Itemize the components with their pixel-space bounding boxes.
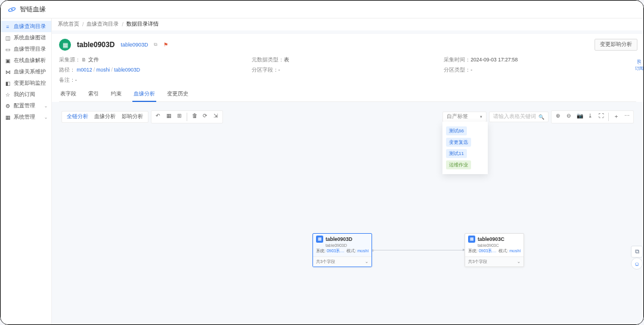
- map-icon: ◫: [5, 35, 11, 41]
- chevron-down-icon: ⌄: [44, 104, 48, 109]
- path-seg[interactable]: table0903D: [114, 67, 140, 73]
- fullscreen-icon[interactable]: ⛶: [597, 113, 605, 121]
- analysis-mode-segmented: 全链分析 血缘分析 影响分析: [61, 111, 148, 123]
- sidebar-item-label: 血缘关系维护: [14, 69, 46, 76]
- grid-icon[interactable]: ▦: [165, 113, 172, 121]
- sidebar-item-label: 我的订阅: [14, 91, 35, 98]
- float-chat-button[interactable]: ☺: [631, 258, 643, 270]
- star-icon: ☆: [5, 92, 11, 98]
- dropdown-option[interactable]: 测试11: [446, 149, 467, 158]
- delete-icon[interactable]: 🗑: [191, 113, 198, 121]
- sidebar-item-config[interactable]: ⚙配置管理⌄: [1, 100, 51, 112]
- app-name: 智链血缘: [20, 5, 46, 14]
- tab-lineage[interactable]: 血缘分析: [132, 90, 156, 101]
- tag-dropdown-menu: 测试66 变更复选 测试11 运维作业: [442, 122, 488, 174]
- lineage-canvas[interactable]: 全链分析 血缘分析 影响分析 ↶ ▦ ⊞ 🗑 ⟳ ⇲ 自产标签 ▾: [58, 107, 637, 320]
- svg-point-1: [11, 8, 13, 10]
- meta-label-ptype: 分区类型：: [444, 67, 470, 73]
- path-seg[interactable]: moshi: [97, 67, 110, 73]
- add-icon[interactable]: ＋: [612, 113, 620, 121]
- breadcrumb-item[interactable]: 血缘查询目录: [86, 21, 119, 28]
- refresh-icon[interactable]: ⟳: [202, 113, 209, 121]
- gear-icon: ⚙: [5, 103, 11, 109]
- search-input[interactable]: 请输入表格关键词 🔍: [489, 112, 549, 122]
- meta-label-remark: 备注：: [59, 77, 75, 83]
- more-icon[interactable]: ⋯: [623, 113, 630, 121]
- folder-icon: ▭: [5, 47, 11, 52]
- flag-icon: ⚑: [163, 42, 168, 48]
- layout-icon[interactable]: ⊞: [176, 113, 183, 121]
- node-subtitle: table0903D: [313, 243, 371, 247]
- sidebar-item-label: 配置管理: [14, 103, 35, 110]
- table-icon: ▦: [468, 236, 475, 243]
- topbar: 智链血缘: [1, 1, 643, 18]
- page-title: table0903D: [77, 41, 114, 49]
- node-expand[interactable]: 共3个字段⌄: [313, 256, 371, 267]
- logo-icon: [8, 5, 16, 14]
- sidebar-item-label: 变更影响监控: [14, 80, 46, 87]
- download-icon[interactable]: ⤓: [587, 113, 594, 121]
- expand-icon[interactable]: ⇲: [212, 113, 219, 121]
- node-subtitle: table0903C: [465, 243, 524, 247]
- logo[interactable]: 智链血缘: [8, 5, 46, 14]
- zoom-out-icon[interactable]: ⊖: [565, 113, 572, 121]
- seg-impact[interactable]: 影响分析: [122, 113, 143, 120]
- sidebar-item-lineage-query[interactable]: ≡血缘查询目录: [1, 21, 51, 32]
- link-icon: ⋈: [5, 69, 11, 75]
- tab-history[interactable]: 变更历史: [166, 90, 190, 101]
- table-icon: ▦: [316, 236, 323, 243]
- seg-lineage[interactable]: 血缘分析: [94, 113, 116, 120]
- meta-value: 2024-09-03 17:27:58: [470, 57, 518, 63]
- tag-dropdown[interactable]: 自产标签 ▾ 测试66 变更复选 测试11 运维作业: [442, 112, 487, 122]
- lineage-node-target[interactable]: ▦ table0903C table0903C 系统: 0903系… 模式: m…: [465, 233, 524, 267]
- sidebar-item-online-parse[interactable]: ▣在线血缘解析: [1, 55, 51, 66]
- sidebar-item-change-monitor[interactable]: ◧变更影响监控: [1, 78, 51, 89]
- meta-value: 表: [284, 57, 289, 63]
- search-placeholder: 请输入表格关键词: [493, 113, 536, 120]
- chevron-down-icon: ⌄: [517, 259, 521, 264]
- meta-label-source: 采集源：: [59, 57, 80, 63]
- search-icon: 🔍: [538, 114, 544, 120]
- sidebar-item-system[interactable]: ▦系统管理⌄: [1, 112, 51, 123]
- sidebar-item-system-graph[interactable]: ◫系统血缘图谱: [1, 32, 51, 44]
- camera-icon[interactable]: 📷: [576, 113, 583, 121]
- detail-tabs: 表字段 索引 约束 血缘分析 变更历史: [59, 90, 636, 102]
- subscribe-toggle[interactable]: ⎘订阅: [634, 59, 643, 71]
- breadcrumb-current: 数据目录详情: [126, 21, 159, 28]
- lineage-node-source[interactable]: ▦ table0903D table0903D 系统: 0903系… 模式: m…: [312, 233, 372, 267]
- seg-full-chain[interactable]: 全链分析: [67, 113, 88, 120]
- undo-icon[interactable]: ↶: [154, 113, 162, 121]
- title-link[interactable]: table0903D: [120, 42, 148, 48]
- sidebar-item-my-subs[interactable]: ☆我的订阅: [1, 89, 51, 100]
- node-expand[interactable]: 共3个字段⌄: [465, 256, 524, 267]
- sidebar: ≡血缘查询目录 ◫系统血缘图谱 ▭血缘管理目录 ▣在线血缘解析 ⋈血缘关系维护 …: [1, 18, 52, 324]
- tab-index[interactable]: 索引: [87, 90, 100, 101]
- meta-label-pfield: 分区字段：: [252, 67, 278, 73]
- copy-icon[interactable]: ⧉: [154, 42, 157, 48]
- tab-constraint[interactable]: 约束: [110, 90, 123, 101]
- meta-label-type: 元数据类型：: [252, 57, 284, 63]
- node-title: table0903C: [478, 236, 504, 242]
- meta-value: 文件: [88, 57, 99, 63]
- change-impact-button[interactable]: 变更影响分析: [595, 39, 637, 51]
- float-action-button[interactable]: ⧉: [631, 246, 643, 258]
- dropdown-option[interactable]: 运维作业: [446, 160, 471, 169]
- breadcrumb-sep: /: [82, 21, 83, 27]
- list-icon: ≡: [5, 24, 11, 30]
- tab-fields[interactable]: 表字段: [59, 90, 78, 101]
- dropdown-option[interactable]: 变更复选: [446, 138, 471, 147]
- sidebar-item-label: 血缘查询目录: [14, 23, 46, 30]
- sidebar-item-label: 在线血缘解析: [14, 57, 46, 64]
- meta-value: -: [470, 67, 472, 73]
- sidebar-item-label: 血缘管理目录: [14, 46, 46, 53]
- sidebar-item-relation-maint[interactable]: ⋈血缘关系维护: [1, 66, 51, 78]
- breadcrumb-sep: /: [122, 21, 123, 27]
- path-seg[interactable]: m0012: [76, 67, 92, 73]
- zoom-in-icon[interactable]: ⊕: [555, 113, 562, 121]
- breadcrumb-item[interactable]: 系统首页: [58, 21, 79, 28]
- sidebar-item-lineage-manage[interactable]: ▭血缘管理目录: [1, 44, 51, 55]
- code-icon: ▣: [5, 58, 11, 64]
- detail-header: ▦ table0903D table0903D ⧉ ⚑ 变更影响分析 ⎘订阅 采…: [52, 34, 643, 102]
- dropdown-option[interactable]: 测试66: [446, 126, 467, 135]
- lineage-edge: [372, 250, 465, 250]
